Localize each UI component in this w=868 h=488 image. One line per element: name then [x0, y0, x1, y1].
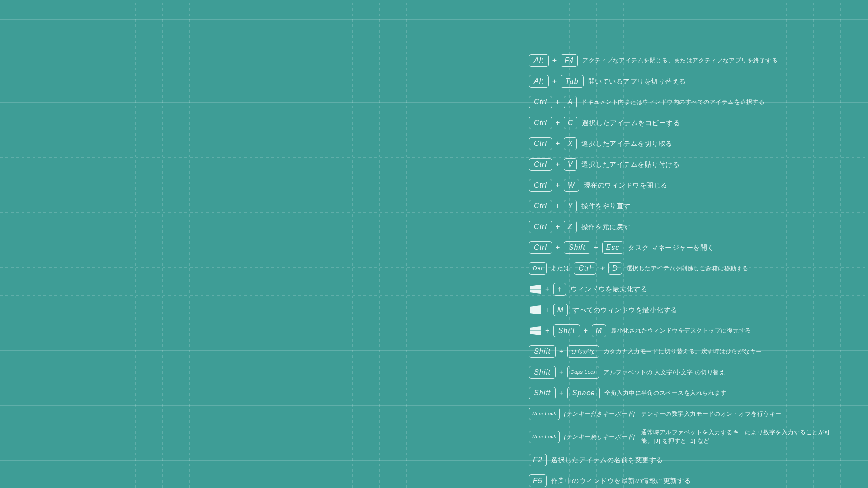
key-ctrl: Ctrl	[529, 179, 552, 192]
key-ctrl: Ctrl	[529, 221, 552, 233]
row-del-ctrl-d: Del または Ctrl + D 選択したアイテムを削除しごみ箱に移動する	[529, 262, 854, 275]
plus-icon: +	[545, 327, 550, 335]
key-a: A	[564, 96, 577, 108]
plus-icon: +	[545, 306, 550, 314]
key-ctrl: Ctrl	[529, 117, 552, 129]
desc-win-up: ウィンドウを最大化する	[571, 284, 648, 294]
row-ctrl-z: Ctrl + Z 操作を元に戻す	[529, 221, 854, 233]
row-f5: F5 作業中のウィンドウを最新の情報に更新する	[529, 474, 854, 487]
desc-ctrl-z: 操作を元に戻す	[581, 222, 631, 232]
plus-icon: +	[559, 389, 564, 397]
key-hiragana: ひらがな	[567, 345, 599, 358]
shortcut-cheatsheet: Alt + F4 アクティブなアイテムを閉じる、またはアクティブなアプリを終了す…	[529, 54, 854, 488]
windows-icon	[529, 284, 542, 295]
desc-ctrl-v: 選択したアイテムを貼り付ける	[581, 160, 679, 169]
desc-alt-f4: アクティブなアイテムを閉じる、またはアクティブなアプリを終了する	[582, 56, 778, 65]
svg-marker-8	[530, 327, 535, 331]
plus-icon: +	[559, 368, 564, 376]
windows-icon	[529, 305, 542, 315]
desc-f5: 作業中のウィンドウを最新の情報に更新する	[551, 476, 691, 486]
key-w: W	[564, 179, 579, 192]
row-alt-tab: Alt + Tab 開いているアプリを切り替える	[529, 75, 854, 88]
key-z: Z	[564, 221, 577, 233]
desc-ctrl-x: 選択したアイテムを切り取る	[581, 139, 673, 149]
key-v: V	[564, 158, 577, 171]
plus-icon: +	[556, 140, 560, 148]
or-text: または	[550, 264, 570, 272]
key-alt: Alt	[529, 75, 549, 88]
key-alt: Alt	[529, 54, 549, 67]
desc-ctrl-y: 操作をやり直す	[581, 201, 631, 211]
key-ctrl: Ctrl	[529, 158, 552, 171]
row-numlock-without: Num Lock [テンキー無しキーボード] 通常時アルファベットを入力するキー…	[529, 428, 854, 446]
key-space: Space	[567, 387, 600, 399]
row-shift-space: Shift + Space 全角入力中に半角のスペースを入れられます	[529, 387, 854, 399]
row-win-shift-m: + Shift + M 最小化されたウィンドウをデスクトップに復元する	[529, 324, 854, 337]
plus-icon: +	[556, 119, 560, 127]
key-m: M	[592, 324, 606, 337]
row-win-up: + ↑ ウィンドウを最大化する	[529, 283, 854, 296]
plus-icon: +	[556, 223, 560, 231]
key-shift: Shift	[529, 387, 556, 399]
plus-icon: +	[556, 160, 560, 169]
key-shift: Shift	[553, 324, 580, 337]
row-f2: F2 選択したアイテムの名前を変更する	[529, 454, 854, 466]
desc-shift-hiragana: カタカナ入力モードに切り替える。戻す時はひらがなキー	[604, 347, 762, 356]
desc-ctrl-a: ドキュメント内またはウィンドウ内のすべてのアイテムを選択する	[581, 98, 764, 107]
desc-ctrl-shift-esc: タスク マネージャーを開く	[628, 243, 714, 253]
key-tab: Tab	[561, 75, 584, 88]
row-ctrl-shift-esc: Ctrl + Shift + Esc タスク マネージャーを開く	[529, 241, 854, 254]
key-capslock: Caps Lock	[567, 366, 599, 379]
svg-marker-2	[530, 290, 535, 293]
svg-marker-1	[535, 285, 541, 289]
svg-marker-4	[530, 306, 535, 310]
row-ctrl-v: Ctrl + V 選択したアイテムを貼り付ける	[529, 158, 854, 171]
desc-ctrl-w: 現在のウィンドウを閉じる	[584, 180, 668, 190]
key-f2: F2	[529, 454, 547, 466]
key-c: C	[564, 117, 578, 129]
svg-marker-10	[530, 331, 535, 335]
desc-f2: 選択したアイテムの名前を変更する	[551, 455, 663, 465]
svg-marker-11	[535, 331, 541, 336]
desc-shift-space: 全角入力中に半角のスペースを入れられます	[604, 389, 726, 398]
key-shift: Shift	[529, 366, 556, 379]
key-f4: F4	[561, 54, 578, 67]
key-f5: F5	[529, 474, 547, 487]
key-d: D	[608, 262, 622, 275]
desc-numlock-with: テンキーの数字入力モードのオン・オフを行うキー	[641, 410, 782, 418]
row-alt-f4: Alt + F4 アクティブなアイテムを閉じる、またはアクティブなアプリを終了す…	[529, 54, 854, 67]
desc-numlock-without: 通常時アルファベットを入力するキーにより数字を入力することが可能。[J] を押す…	[641, 428, 831, 446]
row-ctrl-y: Ctrl + Y 操作をやり直す	[529, 200, 854, 212]
plus-icon: +	[556, 244, 560, 252]
desc-win-shift-m: 最小化されたウィンドウをデスクトップに復元する	[611, 327, 751, 335]
svg-marker-6	[530, 310, 535, 314]
row-ctrl-c: Ctrl + C 選択したアイテムをコピーする	[529, 117, 854, 129]
row-numlock-with: Num Lock [テンキー付きキーボード] テンキーの数字入力モードのオン・オ…	[529, 408, 854, 420]
desc-alt-tab: 開いているアプリを切り替える	[588, 76, 686, 86]
key-ctrl: Ctrl	[529, 96, 552, 108]
key-y: Y	[564, 200, 577, 212]
desc-del-d: 選択したアイテムを削除しごみ箱に移動する	[627, 264, 749, 273]
key-shift: Shift	[529, 345, 556, 358]
plus-icon: +	[594, 244, 599, 252]
row-ctrl-a: Ctrl + A ドキュメント内またはウィンドウ内のすべてのアイテムを選択する	[529, 96, 854, 108]
key-ctrl: Ctrl	[529, 137, 552, 150]
key-ctrl: Ctrl	[529, 200, 552, 212]
note-tenkey-with: [テンキー付きキーボード]	[564, 410, 635, 418]
desc-shift-caps: アルファベットの 大文字/小文字 の切り替え	[604, 368, 725, 377]
key-del: Del	[529, 262, 547, 275]
note-tenkey-without: [テンキー無しキーボード]	[564, 433, 635, 441]
row-shift-hiragana: Shift + ひらがな カタカナ入力モードに切り替える。戻す時はひらがなキー	[529, 345, 854, 358]
key-up: ↑	[553, 283, 566, 296]
svg-marker-5	[535, 305, 541, 310]
key-x: X	[564, 137, 577, 150]
svg-marker-0	[530, 286, 535, 289]
key-numlock: Num Lock	[529, 408, 560, 420]
plus-icon: +	[556, 98, 560, 106]
svg-marker-7	[535, 310, 541, 315]
key-esc: Esc	[602, 241, 624, 254]
row-ctrl-w: Ctrl + W 現在のウィンドウを閉じる	[529, 179, 854, 192]
svg-marker-9	[535, 326, 541, 331]
plus-icon: +	[556, 202, 560, 210]
row-shift-caps: Shift + Caps Lock アルファベットの 大文字/小文字 の切り替え	[529, 366, 854, 379]
